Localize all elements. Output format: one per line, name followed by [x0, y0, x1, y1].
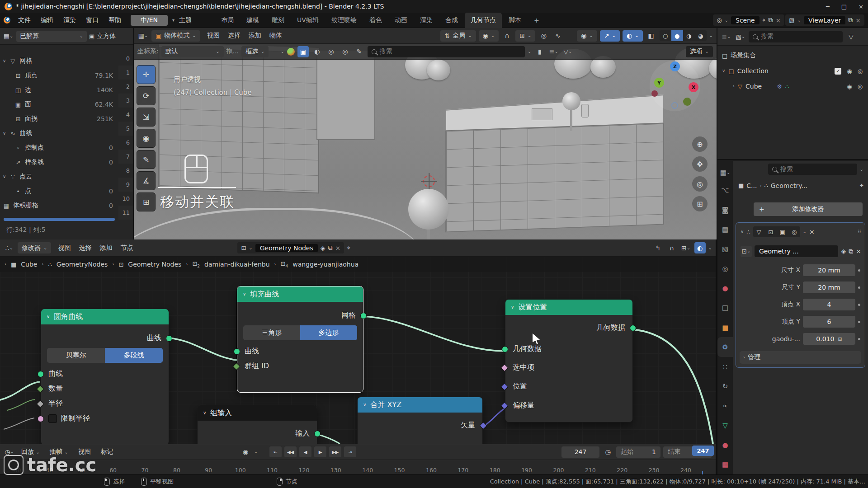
brush-option-button[interactable]: ✎ — [354, 46, 365, 57]
breadcrumb-nodetree[interactable]: Geometry... — [771, 182, 807, 189]
node-header[interactable]: ∨ 组输入 — [198, 405, 317, 421]
breadcrumb-arrow-icon[interactable]: › — [5, 262, 6, 267]
scene-selector[interactable]: ◎ ⌄ Scene ⌖ ⧉ × — [713, 14, 784, 26]
tab-constraints[interactable]: ∝ — [717, 396, 733, 416]
outliner-item-scene-collection[interactable]: □ 场景集合 — [722, 49, 756, 62]
gizmo-axis-z-neg[interactable] — [671, 102, 678, 109]
language-toggle-button[interactable]: 中/EN — [131, 15, 168, 26]
animate-dot-icon[interactable] — [858, 338, 860, 340]
vertices-y-field[interactable]: 6 — [803, 316, 855, 328]
outliner-filter-button[interactable]: ▽ — [845, 31, 857, 42]
breadcrumb-item[interactable]: Cube — [21, 261, 37, 268]
node-tree-selector[interactable]: ⊡ ⌄ Geometry Nodes ◈ ⧉ × — [237, 242, 344, 253]
triangles-button[interactable]: 三角形 — [243, 325, 300, 340]
viewport-3d[interactable]: ▦ ⌄ ▣ 物体模式 ⌄ 视图选择添加物体 ⇅ 全局 ⌄ ◉ ⌄ ∩ — [134, 28, 717, 239]
playhead-badge[interactable]: 247 — [692, 446, 714, 456]
options-dropdown[interactable]: 选项 ⌄ — [686, 46, 713, 57]
tab-scene[interactable]: ◎ — [717, 259, 733, 278]
node-tree-name[interactable]: Geometry Nodes — [255, 244, 318, 252]
pivot-point-dropdown[interactable]: ◉ ⌄ — [479, 30, 499, 42]
world-option-button[interactable]: ◎ — [340, 46, 351, 57]
limit-radius-checkbox[interactable] — [48, 414, 57, 423]
jump-to-end-button[interactable]: ⇥ — [344, 446, 356, 457]
ngons-button[interactable]: 多边形 — [300, 325, 357, 340]
tab-object-data[interactable]: ▽ — [717, 416, 733, 435]
spreadsheet-horizontal-scrollbar[interactable] — [4, 218, 115, 221]
auto-keying-button[interactable]: ◉ — [240, 446, 251, 458]
pan-button[interactable]: ✥ — [692, 156, 708, 172]
add-modifier-button[interactable]: + 添加修改器 — [754, 202, 863, 216]
scene-pin-icon[interactable]: ⌖ — [762, 16, 766, 24]
viewlayer-duplicate-icon[interactable]: ⧉ — [848, 16, 853, 24]
dataset-faces[interactable]: ▣ 面 62.4K — [3, 98, 117, 111]
socket-group-id-input[interactable] — [233, 362, 241, 370]
measure-tool-button[interactable]: ∡ — [137, 171, 156, 190]
menu-item[interactable]: 渲染 — [58, 14, 81, 26]
dataset-curve[interactable]: ∨ ∿ 曲线 — [3, 127, 117, 140]
dataset-edges[interactable]: ◫ 边 140K — [3, 83, 117, 97]
menu-item[interactable]: 窗口 — [81, 14, 104, 26]
node-group-browse-button[interactable]: ⊡ ⌄ — [741, 246, 752, 257]
tab-render[interactable]: ◙ — [717, 200, 733, 220]
animate-dot-icon[interactable] — [858, 321, 860, 323]
spreadsheet-editor-type-button[interactable]: ▦ ⌄ — [3, 31, 14, 42]
blender-menu-icon[interactable] — [4, 17, 10, 23]
collection-hide-icon[interactable]: ◉ — [847, 68, 852, 75]
viewport-menu-item[interactable]: 添加 — [245, 32, 265, 40]
socket-vector-output[interactable] — [480, 422, 487, 429]
tab-tool[interactable]: ⌥ — [717, 180, 733, 200]
socket-selection-input[interactable] — [501, 364, 509, 371]
maximize-button[interactable]: □ — [841, 3, 847, 10]
shading-solid-button[interactable]: ● — [671, 30, 683, 41]
render-display-toggle[interactable]: ◎ — [788, 226, 800, 237]
node-editor-menu-item[interactable]: 视图 — [54, 244, 75, 252]
viewport-editor-type-button[interactable]: ▦ ⌄ — [137, 30, 149, 42]
scene-name[interactable]: Scene — [731, 16, 760, 24]
hierarchy-filter-button[interactable]: ≡⌄ — [548, 46, 559, 57]
jump-to-start-button[interactable]: ⇤ — [269, 446, 282, 457]
modifier-delete-icon[interactable]: × — [809, 228, 815, 235]
node-collapse-icon[interactable]: ∨ — [203, 411, 206, 415]
zoom-button[interactable]: ⊕ — [692, 136, 708, 152]
duplicate-nodegroup-icon[interactable]: ⧉ — [849, 248, 853, 255]
marker-menu[interactable]: 标记 — [97, 448, 117, 456]
filter-button[interactable]: ▽⌄ — [562, 46, 573, 57]
animate-dot-icon[interactable] — [858, 304, 860, 306]
node-collapse-icon[interactable]: ∨ — [511, 305, 514, 310]
add-cube-tool-button[interactable]: ⊞ — [137, 192, 156, 211]
breadcrumb-item[interactable]: Geometry Nodes — [128, 261, 181, 268]
go-to-parent-button[interactable]: ↰ — [652, 242, 664, 253]
node-tree-type-dropdown[interactable]: 修改器 ⌄ — [18, 242, 51, 253]
viewport-menu-item[interactable]: 视图 — [203, 32, 224, 40]
minimize-button[interactable]: ─ — [826, 3, 830, 10]
node-editor-menu-item[interactable]: 添加 — [95, 244, 116, 252]
tool-extra-chevron-icon[interactable]: ⌄ — [280, 49, 284, 54]
dataset-corners[interactable]: ⊞ 面拐 251K — [3, 112, 117, 126]
edit-mode-display-toggle[interactable]: ▽ — [753, 226, 765, 237]
scale-tool-button[interactable]: ⇲ — [137, 108, 156, 127]
gizmo-axis-x[interactable]: X — [689, 82, 698, 92]
play-backwards-button[interactable]: ◀ — [299, 446, 311, 457]
breadcrumb-item[interactable]: GeometryNodes — [57, 261, 108, 268]
prev-keyframe-button[interactable]: ◀◀ — [284, 446, 297, 457]
frame-start-field[interactable]: 起始 1 — [616, 446, 660, 458]
dataset-vertices[interactable]: ⊡ 顶点 79.1K — [3, 69, 117, 82]
node-collapse-icon[interactable]: ∨ — [243, 292, 246, 296]
node-snap-toggle-button[interactable]: ∩ — [666, 242, 678, 253]
socket-offset-input[interactable] — [501, 402, 509, 409]
fake-user-icon[interactable]: ◈ — [841, 248, 846, 255]
tab-output[interactable]: ▤ — [717, 220, 733, 239]
modifier-extras-chevron-icon[interactable]: ⌄ — [803, 230, 807, 234]
tab-geometry-nodes[interactable]: 几何节点 — [465, 13, 502, 28]
outliner-item-cube[interactable]: › ▽ Cube ⚙ ∴ — [733, 80, 789, 93]
socket-input-output[interactable] — [314, 431, 321, 437]
mode-dropdown[interactable]: ▣ 物体模式 ⌄ — [151, 30, 200, 42]
node-editor-menu-item[interactable]: 节点 — [116, 244, 137, 252]
node-header[interactable]: ∨ 圆角曲线 — [41, 309, 169, 324]
tab-rendering[interactable]: 渲染 — [414, 13, 439, 28]
socket-limit-radius-input[interactable] — [38, 416, 44, 422]
node-collapse-icon[interactable]: ∨ — [47, 314, 50, 319]
bezier-button[interactable]: 贝塞尔 — [47, 348, 105, 363]
node-group-input[interactable]: ∨ 组输入 输入 — [197, 405, 317, 444]
tab-world[interactable]: ● — [717, 278, 733, 298]
